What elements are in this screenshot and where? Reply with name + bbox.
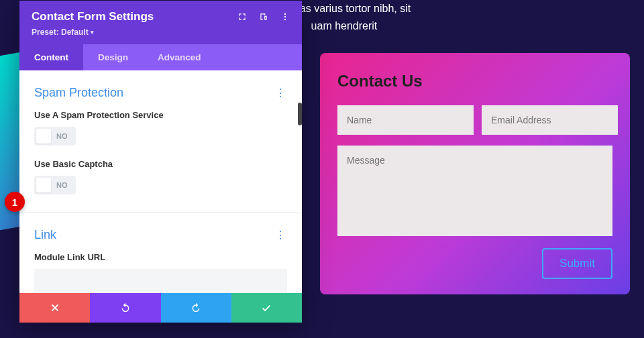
toggle-label-no: NO [56,181,68,189]
panel-actions [19,293,302,323]
tab-content[interactable]: Content [19,44,83,70]
panel-body: Spam Protection ⋮ Use A Spam Protection … [19,70,302,293]
name-field[interactable] [337,105,474,135]
section-options-link[interactable]: ⋮ [274,227,287,243]
svg-point-0 [284,13,286,15]
panel-tabs: Content Design Advanced [19,44,302,70]
toggle-label-no: NO [56,132,68,140]
opt-module-link-label: Module Link URL [34,252,287,262]
module-link-url-input[interactable] [34,269,287,293]
contact-form-preview: Contact Us Submit [320,53,630,294]
save-button[interactable] [231,293,302,323]
opt-spam-service-label: Use A Spam Protection Service [34,110,287,120]
settings-panel: Contact Form Settings Preset: Default Co… [19,1,302,323]
section-options-spam[interactable]: ⋮ [274,85,287,101]
svg-point-2 [284,19,286,20]
panel-title: Contact Form Settings [32,10,154,23]
toggle-spam-service[interactable]: NO [34,127,76,146]
section-title-spam: Spam Protection [34,86,123,100]
section-title-link: Link [34,228,56,242]
panel-header: Contact Form Settings Preset: Default [19,1,302,44]
section-spam: Spam Protection ⋮ Use A Spam Protection … [19,70,302,213]
more-icon[interactable] [280,12,290,21]
toggle-captcha[interactable]: NO [34,176,76,194]
responsive-icon[interactable] [259,12,268,21]
cancel-button[interactable] [19,293,90,323]
undo-button[interactable] [90,293,160,323]
section-link: Link ⋮ Module Link URL [19,213,302,293]
tab-design[interactable]: Design [83,44,143,70]
tab-advanced[interactable]: Advanced [143,44,216,70]
form-heading: Contact Us [337,72,612,91]
opt-captcha-label: Use Basic Captcha [34,159,287,169]
submit-button[interactable]: Submit [542,248,612,279]
preset-dropdown[interactable]: Preset: Default [32,27,94,37]
toggle-knob [36,129,51,144]
redo-button[interactable] [161,293,231,323]
expand-icon[interactable] [237,12,247,21]
step-badge: 1 [5,192,25,212]
email-field[interactable] [482,105,618,135]
bg-line2b: uam hendrerit [311,20,378,32]
message-field[interactable] [337,146,612,236]
scrollbar-thumb[interactable] [298,103,302,125]
toggle-knob [36,178,51,192]
svg-point-1 [284,16,286,17]
